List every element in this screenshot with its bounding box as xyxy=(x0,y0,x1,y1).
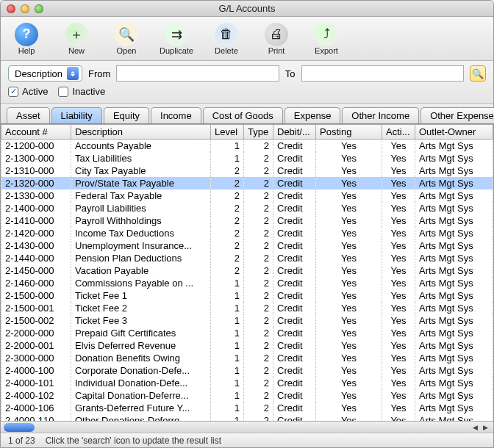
table-row[interactable]: 2-1460-000Commissions Payable on ...12Cr… xyxy=(1,277,493,289)
cell-acti: Yes xyxy=(382,140,415,153)
table-row[interactable]: 2-1500-002Ticket Fee 312CreditYesYesArts… xyxy=(1,314,493,327)
cell-type: 2 xyxy=(244,327,273,339)
table-row[interactable]: 2-4000-110Other Donations-Deferre...12Cr… xyxy=(1,414,493,421)
col-active[interactable]: Acti... xyxy=(382,125,415,140)
toolbar-label: Export xyxy=(315,46,338,55)
table-row[interactable]: 2-2000-001Elvis Deferred Revenue12Credit… xyxy=(1,339,493,352)
cell-owner: Arts Mgt Sys xyxy=(415,264,493,277)
col-posting[interactable]: Posting xyxy=(316,125,382,140)
table-row[interactable]: 2-1300-000Tax Liabilities12CreditYesYesA… xyxy=(1,152,493,165)
cell-acti: Yes xyxy=(382,377,415,389)
help-icon: ? xyxy=(15,23,38,46)
table-row[interactable]: 2-1400-000Payroll Liabilities22CreditYes… xyxy=(1,202,493,214)
cell-acct: 2-2000-001 xyxy=(1,339,71,352)
cell-level: 1 xyxy=(211,364,244,377)
table-row[interactable]: 2-1330-000Federal Tax Payable22CreditYes… xyxy=(1,189,493,202)
tab-other-expense[interactable]: Other Expense xyxy=(420,107,494,123)
search-button[interactable]: 🔍 xyxy=(470,65,486,82)
cell-posting: Yes xyxy=(316,227,382,239)
from-input[interactable] xyxy=(116,65,279,82)
cell-owner: Arts Mgt Sys xyxy=(415,339,493,352)
cell-type: 2 xyxy=(244,252,273,264)
horizontal-scrollbar[interactable]: ◀ ▶ xyxy=(1,421,493,433)
table-row[interactable]: 2-1500-001Ticket Fee 212CreditYesYesArts… xyxy=(1,302,493,314)
cell-posting: Yes xyxy=(316,140,382,153)
cell-debit: Credit xyxy=(273,214,316,227)
tab-expense[interactable]: Expense xyxy=(284,107,341,123)
tab-cost-of-goods[interactable]: Cost of Goods xyxy=(203,107,283,123)
cell-type: 2 xyxy=(244,239,273,252)
table-row[interactable]: 2-1430-000Unemployment Insurance...22Cre… xyxy=(1,239,493,252)
table-row[interactable]: 2-1440-000Pension Plan Deductions22Credi… xyxy=(1,252,493,264)
table-row[interactable]: 2-3000-000Donation Benefits Owing12Credi… xyxy=(1,352,493,364)
inactive-checkbox[interactable]: Inactive xyxy=(58,86,105,97)
tab-asset[interactable]: Asset xyxy=(7,107,50,123)
filter-field-combo[interactable]: Description xyxy=(8,65,82,82)
tab-other-income[interactable]: Other Income xyxy=(342,107,419,123)
cell-type: 2 xyxy=(244,214,273,227)
table-row[interactable]: 2-1320-000Prov/State Tax Payable22Credit… xyxy=(1,177,493,189)
cell-debit: Credit xyxy=(273,289,316,302)
table-row[interactable]: 2-4000-101Individual Donation-Defe...12C… xyxy=(1,377,493,389)
table-row[interactable]: 2-1420-000Income Tax Deductions22CreditY… xyxy=(1,227,493,239)
cell-level: 1 xyxy=(211,289,244,302)
cell-desc: Vacation Payable xyxy=(71,264,211,277)
tab-liability[interactable]: Liability xyxy=(51,107,102,123)
toolbar: ? Help ＋ New 🔍 Open ⇉ Duplicate 🗑 Delete… xyxy=(1,17,493,61)
table-row[interactable]: 2-1500-000Ticket Fee 112CreditYesYesArts… xyxy=(1,289,493,302)
cell-type: 2 xyxy=(244,140,273,153)
col-owner[interactable]: Outlet-Owner xyxy=(415,125,493,140)
cell-owner: Arts Mgt Sys xyxy=(415,414,493,421)
cell-acti: Yes xyxy=(382,214,415,227)
table-row[interactable]: 2-4000-106Grants-Deferred Future Y...12C… xyxy=(1,402,493,414)
duplicate-icon: ⇉ xyxy=(165,23,188,46)
scroll-thumb[interactable] xyxy=(4,423,35,432)
scroll-left-icon[interactable]: ◀ xyxy=(470,422,480,433)
trash-icon: 🗑 xyxy=(215,23,238,46)
cell-owner: Arts Mgt Sys xyxy=(415,377,493,389)
export-button[interactable]: ⤴ Export xyxy=(307,23,346,55)
print-button[interactable]: 🖨 Print xyxy=(257,23,296,55)
table-row[interactable]: 2-2000-000Prepaid Gift Certificates12Cre… xyxy=(1,327,493,339)
help-button[interactable]: ? Help xyxy=(7,23,46,55)
new-button[interactable]: ＋ New xyxy=(57,23,96,55)
cell-debit: Credit xyxy=(273,414,316,421)
delete-button[interactable]: 🗑 Delete xyxy=(207,23,246,55)
cell-owner: Arts Mgt Sys xyxy=(415,364,493,377)
cell-acti: Yes xyxy=(382,165,415,177)
active-checkbox[interactable]: ✓ Active xyxy=(8,86,48,97)
table-row[interactable]: 2-1450-000Vacation Payable22CreditYesYes… xyxy=(1,264,493,277)
col-level[interactable]: Level xyxy=(211,125,244,140)
cell-type: 2 xyxy=(244,314,273,327)
open-button[interactable]: 🔍 Open xyxy=(107,23,146,55)
cell-debit: Credit xyxy=(273,189,316,202)
table-row[interactable]: 2-1310-000City Tax Payable22CreditYesYes… xyxy=(1,165,493,177)
table-row[interactable]: 2-4000-100Corporate Donation-Defe...12Cr… xyxy=(1,364,493,377)
col-type[interactable]: Type xyxy=(244,125,273,140)
scroll-right-icon[interactable]: ▶ xyxy=(480,422,490,433)
cell-acti: Yes xyxy=(382,252,415,264)
cell-desc: Tax Liabilities xyxy=(71,152,211,165)
cell-acct: 2-1330-000 xyxy=(1,189,71,202)
cell-acti: Yes xyxy=(382,239,415,252)
table-row[interactable]: 2-1200-000Accounts Payable12CreditYesYes… xyxy=(1,140,493,153)
cell-acct: 2-1400-000 xyxy=(1,202,71,214)
cell-owner: Arts Mgt Sys xyxy=(415,302,493,314)
cell-acti: Yes xyxy=(382,302,415,314)
col-account[interactable]: Account # xyxy=(1,125,71,140)
to-input[interactable] xyxy=(301,65,464,82)
cell-level: 1 xyxy=(211,314,244,327)
cell-owner: Arts Mgt Sys xyxy=(415,202,493,214)
chevron-updown-icon xyxy=(67,67,79,80)
cell-posting: Yes xyxy=(316,239,382,252)
table-row[interactable]: 2-4000-102Capital Donation-Deferre...12C… xyxy=(1,389,493,402)
toolbar-label: Delete xyxy=(215,46,238,55)
duplicate-button[interactable]: ⇉ Duplicate xyxy=(157,23,196,55)
cell-level: 1 xyxy=(211,402,244,414)
tab-income[interactable]: Income xyxy=(151,107,201,123)
cell-posting: Yes xyxy=(316,302,382,314)
tab-equity[interactable]: Equity xyxy=(104,107,149,123)
table-row[interactable]: 2-1410-000Payroll Withholdings22CreditYe… xyxy=(1,214,493,227)
col-description[interactable]: Description xyxy=(71,125,211,140)
col-debit[interactable]: Debit/... xyxy=(273,125,316,140)
